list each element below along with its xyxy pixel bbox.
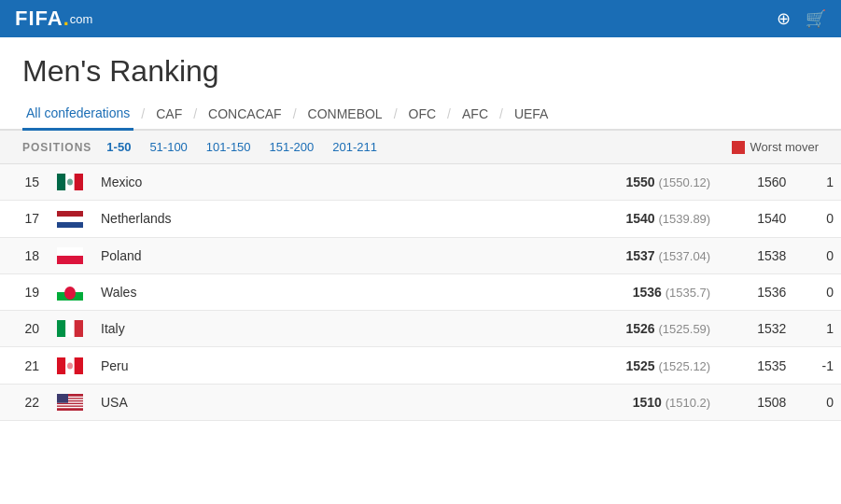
positions-bar: POSITIONS 1-50 51-100 101-150 151-200 20… [0,131,841,164]
country-name[interactable]: Italy [93,311,245,347]
points-sub: (1539.89) [659,212,711,226]
svg-rect-12 [57,320,65,337]
rank-number: 19 [0,273,47,310]
prev-points: 1532 [718,311,793,347]
conf-caf[interactable]: CAF [152,99,186,129]
prev-points: 1560 [718,164,793,201]
spacer [245,164,528,201]
svg-rect-0 [57,174,65,190]
conf-conmebol[interactable]: CONMEBOL [304,99,386,129]
conf-sep-6: / [499,106,503,121]
prev-points: 1540 [718,201,793,237]
change: 1 [793,311,841,347]
svg-rect-5 [57,217,83,222]
spacer [245,273,528,310]
country-name[interactable]: USA [93,384,245,420]
conf-sep-2: / [193,106,197,121]
worst-mover: Worst mover [732,140,819,154]
points-main: 1550 [625,175,654,189]
svg-rect-24 [57,407,83,408]
logo-fifa: FIFA [15,7,63,31]
table-row: 20 Italy 1526 (1525.59) 1532 1 [0,311,841,347]
conf-sep-1: / [141,106,145,121]
points-sub: (1535.7) [666,286,710,300]
svg-rect-7 [57,247,83,256]
prev-points: 1538 [718,237,793,273]
country-name[interactable]: Poland [93,237,245,273]
svg-rect-13 [65,320,74,337]
conf-all-confederations[interactable]: All confederations [22,98,133,131]
table-row: 18 Poland 1537 (1537.04) 1538 0 [0,237,841,273]
country-name[interactable]: Peru [93,347,245,384]
points-main: 1526 [625,321,654,336]
table-row: 22 USA 1510 (1510.2) 1508 0 [0,384,841,420]
svg-rect-8 [57,256,83,264]
country-flag [47,273,93,310]
points: 1525 (1525.12) [528,347,718,384]
change: 0 [793,273,841,310]
points: 1536 (1535.7) [528,273,718,310]
country-name[interactable]: Wales [93,273,245,310]
points-sub: (1537.04) [659,249,711,263]
country-flag [47,384,93,420]
change: 0 [793,384,841,420]
points-sub: (1550.12) [659,175,711,189]
pos-151-200[interactable]: 151-200 [270,140,315,154]
conf-afc[interactable]: AFC [458,99,492,129]
country-name[interactable]: Mexico [93,164,245,201]
rank-number: 21 [0,347,47,384]
page-title-section: Men's Ranking [0,37,841,98]
change: -1 [793,347,841,384]
points-main: 1525 [625,358,654,373]
country-name[interactable]: Netherlands [93,201,245,237]
svg-rect-2 [75,174,83,190]
prev-points: 1508 [718,384,793,420]
rank-number: 17 [0,201,47,237]
conf-ofc[interactable]: OFC [405,99,441,129]
points-main: 1540 [625,211,654,226]
change: 1 [793,164,841,201]
header: FIFA.com ⊕ 🛒 [0,0,841,37]
ranking-table: 15 Mexico 1550 (1550.12) 1560 1 17 Nethe… [0,164,841,421]
pos-1-50[interactable]: 1-50 [106,140,131,154]
worst-mover-icon [732,141,745,154]
pos-101-150[interactable]: 101-150 [206,140,251,154]
conf-sep-4: / [394,106,398,121]
country-flag [47,347,93,384]
spacer [245,311,528,347]
pos-201-211[interactable]: 201-211 [332,140,377,154]
svg-rect-25 [57,394,68,403]
svg-point-11 [64,287,76,300]
rank-number: 15 [0,164,47,201]
pos-51-100[interactable]: 51-100 [149,140,187,154]
logo-dot: . [63,7,69,31]
rank-number: 22 [0,384,47,420]
points-sub: (1525.59) [659,322,711,336]
spacer [245,384,528,420]
points: 1540 (1539.89) [528,201,718,237]
conf-uefa[interactable]: UEFA [511,99,553,129]
confederation-nav: All confederations / CAF / CONCACAF / CO… [0,98,841,131]
svg-rect-17 [75,357,83,374]
table-row: 15 Mexico 1550 (1550.12) 1560 1 [0,164,841,201]
logo-com: com [70,12,93,26]
conf-sep-5: / [447,106,451,121]
points-sub: (1525.12) [659,359,711,373]
country-flag [47,237,93,273]
table-row: 17 Netherlands 1540 (1539.89) 1540 0 [0,201,841,237]
worst-mover-label: Worst mover [750,140,819,154]
rank-number: 18 [0,237,47,273]
country-flag [47,201,93,237]
points: 1510 (1510.2) [528,384,718,420]
country-flag [47,164,93,201]
globe-icon[interactable]: ⊕ [777,8,791,29]
svg-point-3 [67,179,73,186]
spacer [245,201,528,237]
logo: FIFA.com [15,7,92,31]
change: 0 [793,201,841,237]
cart-icon[interactable]: 🛒 [806,8,826,29]
conf-concacaf[interactable]: CONCACAF [204,99,286,129]
spacer [245,237,528,273]
prev-points: 1535 [718,347,793,384]
svg-rect-6 [57,222,83,228]
